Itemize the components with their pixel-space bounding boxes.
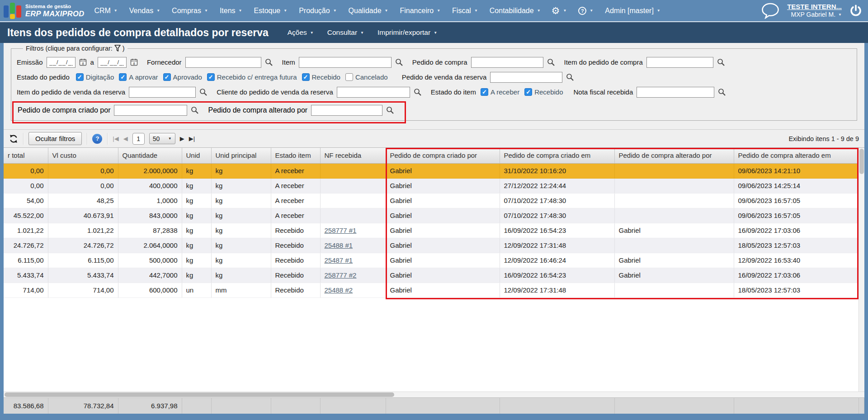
svg-text:8: 8 — [133, 61, 135, 66]
menu-imprimir-exportar[interactable]: Imprimir/exportar ▼ — [377, 28, 437, 37]
pedido-compra-input[interactable] — [471, 57, 543, 68]
next-page-button[interactable]: ▶ — [180, 135, 184, 142]
nav-item-crm[interactable]: CRM▼ — [94, 7, 117, 15]
table-row[interactable]: 54,0048,251,0000kgkgA receberGabriel07/1… — [4, 193, 859, 208]
cell-quantidade: 500,0000 — [118, 253, 182, 268]
checkbox-aprovado[interactable]: ✓ — [163, 73, 171, 81]
menu-acoes[interactable]: Ações ▼ — [288, 28, 314, 37]
column-header-criado-por[interactable]: Pedido de compra criado por — [386, 148, 500, 163]
account-link[interactable]: TESTE INTERN... — [787, 3, 842, 11]
search-icon[interactable] — [191, 106, 199, 114]
column-header-criado-em[interactable]: Pedido de compra criado em — [500, 148, 614, 163]
calendar-icon[interactable]: 8 — [79, 58, 87, 66]
column-header-alterado-por[interactable]: Pedido de compra alterado por — [614, 148, 734, 163]
vertical-scrollbar-thumb[interactable] — [859, 149, 864, 174]
app-logo[interactable]: Sistema de gestão ERP MAXIPROD — [4, 2, 84, 19]
column-header-quantidade[interactable]: Quantidade — [118, 148, 182, 163]
last-page-button[interactable]: ▶| — [189, 135, 195, 142]
fornecedor-input[interactable] — [185, 57, 261, 68]
checkbox-cancelado[interactable] — [345, 73, 353, 81]
cell-nf-recebida[interactable]: 258777 #2 — [320, 268, 386, 283]
column-header-vl-total[interactable]: r total — [4, 148, 48, 163]
nav-item-compras[interactable]: Compras▼ — [172, 7, 208, 15]
help-icon[interactable]: ? — [92, 134, 102, 144]
settings-menu[interactable]: ⚙ ▼ — [552, 6, 567, 15]
search-icon[interactable] — [199, 88, 208, 96]
chevron-down-icon: ▼ — [239, 9, 242, 13]
column-header-vl-custo[interactable]: Vl custo — [48, 148, 118, 163]
help-menu[interactable]: ? ▼ — [578, 7, 593, 15]
refresh-icon[interactable] — [9, 134, 18, 143]
search-icon[interactable] — [547, 58, 555, 66]
table-row[interactable]: 5.433,745.433,74442,7000kgkgRecebido2587… — [4, 268, 859, 283]
nav-item-contabilidade[interactable]: Contabilidade▼ — [490, 7, 541, 15]
cliente-pedido-venda-reserva-input[interactable] — [337, 87, 410, 98]
nf-recebida-link[interactable]: 25488 #2 — [325, 286, 353, 294]
nav-item-estoque[interactable]: Estoque▼ — [254, 7, 288, 15]
search-icon[interactable] — [395, 58, 403, 66]
pedido-compra-alterado-por-input[interactable] — [311, 105, 382, 116]
calendar-icon[interactable]: 8 — [130, 58, 138, 66]
horizontal-scrollbar[interactable] — [4, 392, 864, 397]
pedido-compra-criado-por-input[interactable] — [114, 105, 187, 116]
chat-bubble-icon[interactable] — [761, 3, 780, 19]
search-icon[interactable] — [717, 58, 725, 66]
column-header-nf-recebida[interactable]: NF recebida — [320, 148, 386, 163]
column-header-unid[interactable]: Unid — [182, 148, 211, 163]
vertical-scrollbar[interactable] — [859, 148, 864, 392]
filters-legend[interactable]: Filtros (clique para configurar: ) — [23, 45, 127, 52]
item-input[interactable] — [299, 57, 392, 68]
nf-recebida-link[interactable]: 25488 #1 — [325, 241, 353, 249]
nav-item-itens[interactable]: Itens▼ — [220, 7, 242, 15]
table-row[interactable]: 45.522,0040.673,91843,0000kgkgA receberG… — [4, 208, 859, 223]
nota-fiscal-recebida-input[interactable] — [637, 87, 714, 98]
menu-consultar[interactable]: Consultar ▼ — [327, 28, 364, 37]
search-icon[interactable] — [386, 106, 394, 114]
cell-nf-recebida[interactable]: 25487 #1 — [320, 253, 386, 268]
table-row[interactable]: 0,000,002.000,0000kgkgA receberGabriel31… — [4, 163, 859, 178]
table-row[interactable]: 1.021,221.021,2287,2838kgkgRecebido25877… — [4, 223, 859, 238]
nav-item-produ-o[interactable]: Produção▼ — [299, 7, 336, 15]
horizontal-scrollbar-thumb[interactable] — [5, 392, 394, 397]
admin-menu[interactable]: Admin [master] ▼ — [605, 7, 660, 15]
nav-item-qualidade[interactable]: Qualidade▼ — [349, 7, 388, 15]
item-pedido-venda-reserva-input[interactable] — [129, 87, 196, 98]
cell-nf-recebida[interactable]: 25488 #1 — [320, 238, 386, 253]
table-row[interactable]: 6.115,006.115,00500,0000kgkgRecebido2548… — [4, 253, 859, 268]
hide-filters-button[interactable]: Ocultar filtros — [28, 132, 82, 145]
checkbox-digita-o[interactable]: ✓ — [76, 73, 84, 81]
nav-item-vendas[interactable]: Vendas▼ — [129, 7, 160, 15]
pedido-venda-reserva-input[interactable] — [490, 72, 562, 83]
search-icon[interactable] — [265, 58, 273, 66]
page-number-input[interactable]: 1 — [132, 133, 145, 145]
nf-recebida-link[interactable]: 25487 #1 — [325, 256, 353, 264]
search-icon[interactable] — [414, 88, 422, 96]
checkbox-recebido-c-entrega-futura[interactable]: ✓ — [207, 73, 215, 81]
page-size-select[interactable]: 50 ▼ — [149, 133, 175, 144]
emissao-from-input[interactable] — [47, 57, 75, 68]
user-menu[interactable]: MXP Gabriel M. ▼ — [787, 11, 842, 19]
checkbox-a-aprovar[interactable]: ✓ — [119, 73, 127, 81]
column-header-unid-principal[interactable]: Unid principal — [211, 148, 271, 163]
nav-item-fiscal[interactable]: Fiscal▼ — [452, 7, 478, 15]
search-icon[interactable] — [718, 88, 726, 96]
table-row[interactable]: 24.726,7224.726,722.064,0000kgkgRecebido… — [4, 238, 859, 253]
item-pedido-compra-input[interactable] — [646, 57, 713, 68]
first-page-button[interactable]: |◀ — [113, 135, 118, 142]
nav-item-financeiro[interactable]: Financeiro▼ — [400, 7, 440, 15]
column-header-alterado-em[interactable]: Pedido de compra alterado em — [734, 148, 859, 163]
cell-nf-recebida[interactable]: 258777 #1 — [320, 223, 386, 238]
search-icon[interactable] — [566, 73, 574, 81]
nf-recebida-link[interactable]: 258777 #2 — [325, 271, 357, 279]
cell-nf-recebida[interactable]: 25488 #2 — [320, 283, 386, 297]
power-icon[interactable] — [849, 4, 863, 18]
nf-recebida-link[interactable]: 258777 #1 — [325, 227, 357, 234]
table-row[interactable]: 714,00714,00600,0000unmmRecebido25488 #2… — [4, 283, 859, 297]
column-header-estado-item[interactable]: Estado item — [271, 148, 320, 163]
checkbox-recebido[interactable]: ✓ — [302, 73, 310, 81]
checkbox-recebido[interactable]: ✓ — [524, 88, 532, 96]
emissao-to-input[interactable] — [98, 57, 127, 68]
table-row[interactable]: 0,000,00400,0000kgkgA receberGabriel27/1… — [4, 178, 859, 193]
checkbox-a-receber[interactable]: ✓ — [481, 88, 488, 96]
prev-page-button[interactable]: ◀ — [123, 135, 128, 142]
